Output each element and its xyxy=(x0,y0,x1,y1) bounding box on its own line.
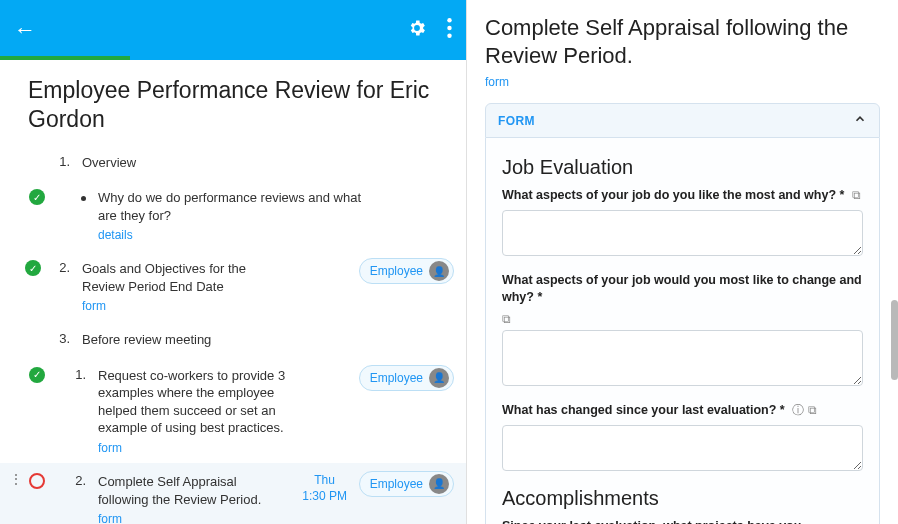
copy-icon[interactable]: ⧉ xyxy=(852,188,861,202)
task-text: Why do we do performance reviews and wha… xyxy=(98,189,382,224)
copy-icon[interactable]: ⧉ xyxy=(808,403,817,417)
task-due-time xyxy=(297,365,353,367)
form-section-title: Job Evaluation xyxy=(502,156,863,179)
task-content: Why do we do performance reviews and wha… xyxy=(98,187,386,242)
task-row[interactable]: ⋮✓1.Request co-workers to provide 3 exam… xyxy=(0,357,466,463)
svg-point-0 xyxy=(447,18,451,22)
copy-icon[interactable]: ⧉ xyxy=(502,312,863,326)
assignee-chip[interactable]: Employee👤 xyxy=(359,365,454,391)
task-row[interactable]: ⋮3.Before review meeting xyxy=(0,321,466,357)
chevron-up-icon[interactable] xyxy=(853,112,867,129)
avatar: 👤 xyxy=(429,261,449,281)
task-link[interactable]: form xyxy=(98,441,287,455)
task-content: Complete Self Appraisal following the Re… xyxy=(98,471,291,524)
status-indicator: ✓ xyxy=(24,258,42,276)
form-section-title: Accomplishments xyxy=(502,487,863,510)
form-header[interactable]: FORM xyxy=(485,103,880,138)
task-link[interactable]: form xyxy=(98,512,287,524)
task-text: Overview xyxy=(82,154,382,172)
task-row[interactable]: ⋮2.Complete Self Appraisal following the… xyxy=(0,463,466,524)
task-due-time xyxy=(297,258,353,260)
task-number: 2. xyxy=(48,258,76,275)
drag-handle-icon[interactable]: ⋮ xyxy=(10,471,22,487)
task-row[interactable]: ⋮✓Why do we do performance reviews and w… xyxy=(0,179,466,250)
task-text: Complete Self Appraisal following the Re… xyxy=(98,473,287,508)
form-header-label: FORM xyxy=(498,114,535,128)
status-indicator xyxy=(24,152,42,154)
task-number: 2. xyxy=(52,471,92,488)
task-text: Goals and Objectives for the Review Peri… xyxy=(82,260,287,295)
field-label: What has changed since your last evaluat… xyxy=(502,402,863,419)
detail-title: Complete Self Appraisal following the Re… xyxy=(485,14,880,69)
scrollbar[interactable] xyxy=(891,90,898,440)
task-row[interactable]: ⋮1.Overview xyxy=(0,144,466,180)
task-content: Goals and Objectives for the Review Peri… xyxy=(82,258,291,313)
status-indicator: ✓ xyxy=(28,187,46,205)
page-title: Employee Performance Review for Eric Gor… xyxy=(0,60,466,144)
back-arrow-icon[interactable]: ← xyxy=(14,17,36,43)
form-field: What has changed since your last evaluat… xyxy=(502,402,863,475)
task-due-time xyxy=(392,152,448,154)
topbar: ← xyxy=(0,0,466,60)
status-indicator: ✓ xyxy=(28,365,46,383)
task-text: Before review meeting xyxy=(82,331,382,349)
task-number: 1. xyxy=(52,365,92,382)
svg-point-2 xyxy=(447,34,451,38)
task-row[interactable]: ⋮✓2.Goals and Objectives for the Review … xyxy=(0,250,466,321)
task-due-time xyxy=(392,329,448,331)
field-textarea[interactable] xyxy=(502,425,863,471)
more-menu-icon[interactable] xyxy=(447,18,452,42)
status-indicator xyxy=(24,329,42,331)
assignee-chip[interactable]: Employee👤 xyxy=(359,471,454,497)
field-label: What aspects of your job would you most … xyxy=(502,272,863,306)
field-label: What aspects of your job do you like the… xyxy=(502,187,863,204)
task-due-time xyxy=(392,187,448,189)
field-textarea[interactable] xyxy=(502,210,863,256)
task-link[interactable]: form xyxy=(82,299,287,313)
task-number xyxy=(52,187,92,204)
task-list: ⋮1.Overview⋮✓Why do we do performance re… xyxy=(0,144,466,525)
chip-label: Employee xyxy=(370,371,423,385)
task-content: Before review meeting xyxy=(82,329,386,349)
progress-bar xyxy=(0,56,130,60)
settings-gear-icon[interactable] xyxy=(407,18,427,42)
form-field: Since your last evaluation, what project… xyxy=(502,518,863,525)
task-content: Request co-workers to provide 3 examples… xyxy=(98,365,291,455)
field-textarea[interactable] xyxy=(502,330,863,386)
assignee-chip[interactable]: Employee👤 xyxy=(359,258,454,284)
avatar: 👤 xyxy=(429,368,449,388)
task-content: Overview xyxy=(82,152,386,172)
chip-label: Employee xyxy=(370,477,423,491)
task-number: 3. xyxy=(48,329,76,346)
field-label: Since your last evaluation, what project… xyxy=(502,518,863,525)
task-text: Request co-workers to provide 3 examples… xyxy=(98,367,287,437)
task-due-time: Thu1:30 PM xyxy=(297,471,353,504)
task-number: 1. xyxy=(48,152,76,169)
svg-point-1 xyxy=(447,26,451,30)
detail-subtype[interactable]: form xyxy=(485,75,880,89)
form-field: What aspects of your job would you most … xyxy=(502,272,863,390)
form-body: Job EvaluationWhat aspects of your job d… xyxy=(485,138,880,524)
status-indicator xyxy=(28,471,46,489)
form-field: What aspects of your job do you like the… xyxy=(502,187,863,260)
avatar: 👤 xyxy=(429,474,449,494)
chip-label: Employee xyxy=(370,264,423,278)
task-link[interactable]: details xyxy=(98,228,382,242)
info-icon[interactable]: ⓘ xyxy=(792,403,804,417)
